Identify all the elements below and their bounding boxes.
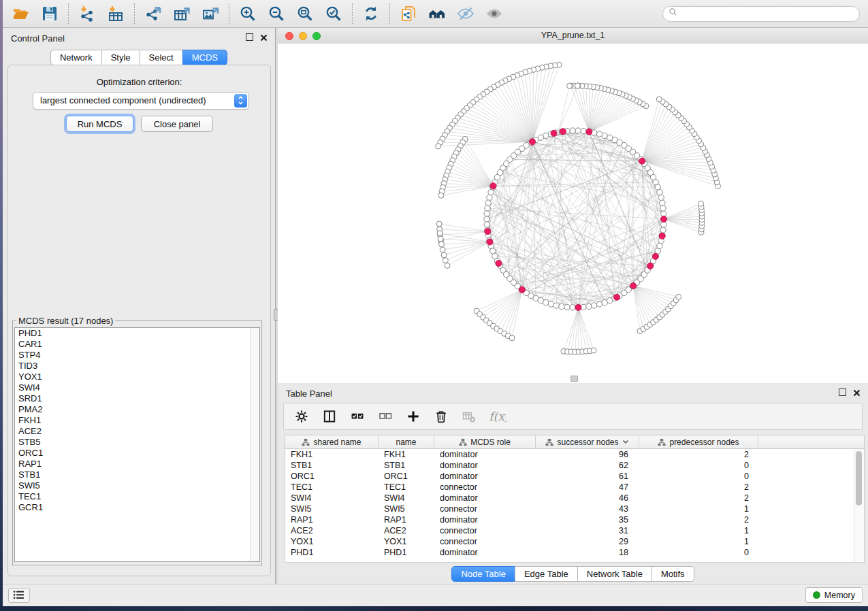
save-session-button[interactable] bbox=[37, 2, 63, 25]
result-node-item[interactable]: STB1 bbox=[15, 469, 259, 480]
result-node-item[interactable]: ACE2 bbox=[15, 426, 259, 437]
result-node-item[interactable]: SRD1 bbox=[15, 393, 259, 404]
result-node-item[interactable]: SWI5 bbox=[15, 480, 259, 491]
column-header-successor-nodes[interactable]: successor nodes bbox=[536, 435, 639, 448]
mcds-node[interactable] bbox=[575, 304, 581, 310]
float-table-panel-icon[interactable] bbox=[839, 389, 846, 396]
result-node-item[interactable]: TID3 bbox=[15, 361, 259, 371]
show-all-button[interactable] bbox=[481, 2, 507, 25]
mcds-node[interactable] bbox=[519, 286, 525, 293]
table-row[interactable]: YOX1YOX1connector291 bbox=[285, 536, 864, 547]
column-header-name[interactable]: name bbox=[379, 435, 434, 448]
network-graph[interactable] bbox=[278, 44, 868, 383]
export-table-button[interactable] bbox=[169, 2, 195, 25]
result-node-item[interactable]: STP4 bbox=[15, 350, 259, 361]
table-scrollbar-thumb[interactable] bbox=[856, 451, 862, 506]
network-canvas[interactable] bbox=[278, 44, 868, 383]
export-network-button[interactable] bbox=[140, 2, 166, 25]
mcds-node[interactable] bbox=[661, 216, 667, 222]
tab-network-table[interactable]: Network Table bbox=[577, 566, 652, 582]
task-history-button[interactable] bbox=[8, 588, 30, 603]
column-header-predecessor-nodes[interactable]: predecessor nodes bbox=[639, 435, 758, 448]
search-field[interactable] bbox=[662, 6, 860, 22]
table-scrollbar[interactable] bbox=[854, 449, 864, 562]
table-row[interactable]: PHD1PHD1dominator180 bbox=[285, 547, 864, 558]
mcds-node[interactable] bbox=[586, 129, 592, 135]
result-node-item[interactable]: PHD1 bbox=[15, 328, 259, 339]
run-mcds-button[interactable]: Run MCDS bbox=[66, 116, 133, 132]
table-body[interactable]: FKH1FKH1dominator962STB1STB1dominator620… bbox=[285, 449, 865, 563]
tab-mcds[interactable]: MCDS bbox=[182, 50, 227, 65]
zoom-in-button[interactable] bbox=[235, 2, 261, 25]
mcds-node[interactable] bbox=[496, 261, 502, 267]
result-node-item[interactable]: PMA2 bbox=[15, 404, 259, 415]
zoom-out-button[interactable] bbox=[263, 2, 289, 25]
close-panel-button[interactable]: Close panel bbox=[141, 116, 213, 132]
mcds-node[interactable] bbox=[551, 130, 557, 136]
table-row[interactable]: ORC1ORC1dominator610 bbox=[285, 471, 864, 482]
criterion-select[interactable]: largest connected component (undirected) bbox=[33, 92, 249, 110]
mcds-node[interactable] bbox=[639, 158, 645, 164]
mcds-node[interactable] bbox=[490, 183, 496, 189]
hide-selected-button[interactable] bbox=[453, 2, 479, 25]
sort-desc-icon bbox=[622, 439, 629, 446]
result-node-item[interactable]: TEC1 bbox=[15, 491, 259, 502]
table-row[interactable]: FKH1FKH1dominator962 bbox=[285, 449, 864, 460]
add-column-button[interactable] bbox=[404, 407, 423, 426]
horizontal-splitter-grip[interactable] bbox=[570, 376, 578, 382]
mcds-node[interactable] bbox=[659, 233, 665, 239]
result-node-item[interactable]: RAP1 bbox=[15, 459, 259, 469]
mcds-node[interactable] bbox=[530, 139, 536, 145]
mcds-node[interactable] bbox=[652, 253, 658, 259]
export-image-button[interactable] bbox=[197, 2, 223, 25]
result-node-item[interactable]: ORC1 bbox=[15, 448, 259, 459]
tab-style[interactable]: Style bbox=[101, 50, 140, 65]
column-header-shared-name[interactable]: shared name bbox=[285, 435, 379, 448]
mcds-node[interactable] bbox=[560, 129, 566, 135]
select-all-rows-button[interactable] bbox=[348, 407, 367, 426]
mcds-node[interactable] bbox=[614, 294, 620, 300]
mcds-node[interactable] bbox=[487, 239, 493, 245]
column-header-MCDS-role[interactable]: MCDS role bbox=[434, 435, 536, 448]
mcds-result-list[interactable]: PHD1CAR1STP4TID3YOX1SWI4SRD1PMA2FKH1ACE2… bbox=[14, 327, 260, 562]
tab-edge-table[interactable]: Edge Table bbox=[515, 566, 578, 582]
result-node-item[interactable]: SWI4 bbox=[15, 382, 259, 393]
mcds-node[interactable] bbox=[647, 263, 654, 269]
table-row[interactable]: STB1STB1dominator620 bbox=[285, 460, 864, 471]
result-node-item[interactable]: STB5 bbox=[15, 437, 259, 448]
duplicate-network-button[interactable] bbox=[396, 2, 421, 25]
table-row[interactable]: SWI5SWI5connector431 bbox=[285, 503, 864, 514]
tab-motifs[interactable]: Motifs bbox=[652, 566, 694, 582]
zoom-fit-button[interactable] bbox=[292, 2, 318, 25]
result-node-item[interactable]: GCR1 bbox=[15, 502, 259, 513]
result-list-scrollbar[interactable] bbox=[250, 328, 259, 561]
tab-node-table[interactable]: Node Table bbox=[451, 566, 515, 582]
table-row[interactable]: SWI4SWI4dominator462 bbox=[285, 493, 864, 503]
table-row[interactable]: ACE2ACE2connector311 bbox=[285, 525, 864, 536]
deselect-all-rows-button[interactable] bbox=[376, 407, 395, 426]
mcds-node[interactable] bbox=[485, 229, 491, 235]
table-row[interactable]: RAP1RAP1dominator352 bbox=[285, 514, 864, 525]
close-table-panel-icon[interactable] bbox=[852, 388, 861, 397]
zoom-selected-button[interactable] bbox=[321, 2, 347, 25]
result-node-item[interactable]: YOX1 bbox=[15, 371, 259, 382]
open-session-button[interactable] bbox=[8, 2, 34, 25]
close-panel-icon[interactable] bbox=[259, 33, 268, 42]
search-input[interactable] bbox=[682, 9, 848, 20]
tab-select[interactable]: Select bbox=[140, 50, 183, 65]
memory-button[interactable]: Memory bbox=[805, 587, 863, 603]
result-node-item[interactable]: CAR1 bbox=[15, 339, 259, 350]
table-row[interactable]: TEC1TEC1connector472 bbox=[285, 482, 864, 493]
network-window-titlebar[interactable]: YPA_prune.txt_1 bbox=[278, 28, 868, 44]
result-node-item[interactable]: FKH1 bbox=[15, 415, 259, 426]
tab-network[interactable]: Network bbox=[50, 50, 102, 65]
import-table-button[interactable] bbox=[103, 2, 129, 25]
first-neighbors-button[interactable] bbox=[424, 2, 450, 25]
apply-layout-button[interactable] bbox=[358, 2, 384, 25]
mcds-node[interactable] bbox=[630, 283, 637, 289]
table-settings-button[interactable] bbox=[292, 407, 311, 426]
delete-column-button[interactable] bbox=[432, 407, 451, 426]
import-network-button[interactable] bbox=[74, 2, 100, 25]
float-panel-icon[interactable] bbox=[246, 33, 253, 41]
show-columns-button[interactable] bbox=[320, 407, 339, 426]
